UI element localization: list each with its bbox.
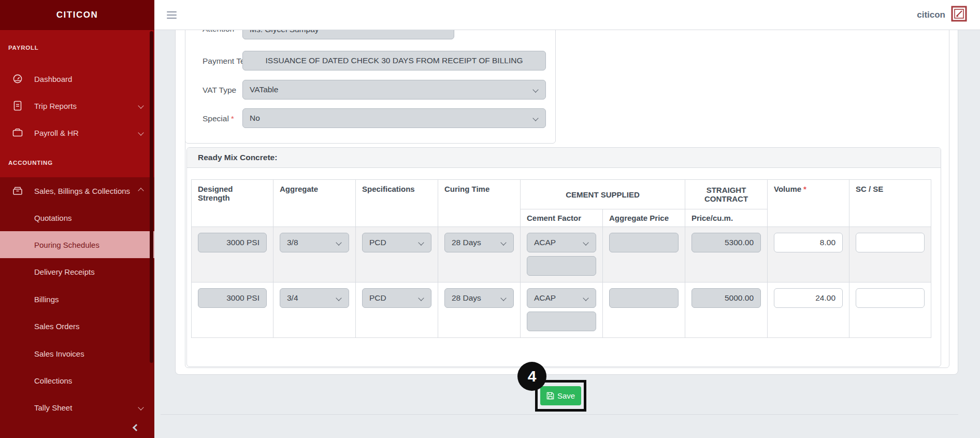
sidebar: CITICON PAYROLL Dashboard Trip Reports bbox=[0, 0, 154, 438]
chevron-down-icon bbox=[418, 295, 424, 301]
chevron-up-icon bbox=[138, 188, 143, 193]
save-button[interactable]: Save bbox=[540, 386, 581, 405]
cement-factor-select[interactable]: ACAP bbox=[527, 233, 596, 252]
sidebar-item-label: Collections bbox=[34, 376, 72, 385]
topbar: citicon bbox=[154, 0, 980, 30]
sidebar-item-label: Payroll & HR bbox=[34, 129, 79, 137]
annotation-step-badge: 4 bbox=[517, 362, 546, 391]
ready-mix-table: Designed Strength Aggregate Specificatio… bbox=[191, 179, 931, 338]
payment-terms-input[interactable] bbox=[242, 51, 546, 70]
topbar-right: citicon bbox=[917, 6, 967, 24]
special-value: No bbox=[250, 114, 260, 123]
designed-strength-input[interactable] bbox=[198, 233, 267, 252]
specifications-select[interactable]: PCD bbox=[362, 288, 431, 308]
sc-se-input[interactable] bbox=[856, 233, 925, 252]
attention-input[interactable] bbox=[242, 30, 454, 39]
col-sc-se: SC / SE bbox=[849, 180, 931, 227]
aggregate-price-input[interactable] bbox=[609, 288, 679, 308]
sidebar-item-label: Billings bbox=[34, 295, 59, 304]
curing-time-select[interactable]: 28 Days bbox=[444, 288, 514, 308]
topbar-brand-text: citicon bbox=[917, 10, 945, 20]
sidebar-item-label: Sales Orders bbox=[34, 322, 80, 331]
sidebar-item-sales-billings-collections[interactable]: Sales, Billings & Collections bbox=[0, 177, 154, 204]
sidebar-item-sales-orders[interactable]: Sales Orders bbox=[0, 313, 154, 340]
col-aggregate: Aggregate bbox=[273, 180, 356, 227]
cement-factor-select[interactable]: ACAP bbox=[527, 288, 596, 308]
sidebar-item-delivery-receipts[interactable]: Delivery Receipts bbox=[0, 258, 154, 285]
app: CITICON PAYROLL Dashboard Trip Reports bbox=[0, 0, 980, 438]
chevron-down-icon bbox=[583, 239, 588, 245]
chevron-down-icon bbox=[500, 295, 506, 301]
aggregate-select[interactable]: 3/8 bbox=[280, 233, 349, 252]
aggregate-price-input[interactable] bbox=[609, 233, 679, 252]
sidebar-scrollbar[interactable] bbox=[150, 31, 153, 363]
sidebar-item-trip-reports[interactable]: Trip Reports bbox=[0, 92, 154, 119]
sidebar-item-label: Dashboard bbox=[34, 75, 72, 83]
col-volume: Volume* bbox=[768, 180, 849, 227]
specifications-select[interactable]: PCD bbox=[362, 233, 431, 252]
sidebar-item-dashboard[interactable]: Dashboard bbox=[0, 65, 154, 92]
curing-time-select[interactable]: 28 Days bbox=[444, 233, 514, 252]
sidebar-item-label: Delivery Receipts bbox=[34, 267, 95, 276]
volume-input[interactable] bbox=[774, 233, 843, 252]
sc-se-input[interactable] bbox=[856, 288, 925, 308]
aggregate-select[interactable]: 3/4 bbox=[280, 288, 349, 308]
sidebar-item-label: Sales, Billings & Collections bbox=[34, 187, 130, 195]
price-cum-input[interactable] bbox=[691, 233, 761, 252]
footer-divider bbox=[161, 414, 958, 415]
col-curing-time: Curing Time bbox=[438, 180, 521, 227]
sidebar-item-label: Quotations bbox=[34, 214, 72, 222]
col-straight-contract: STRAIGHT CONTRACT bbox=[685, 180, 768, 209]
gauge-icon bbox=[12, 73, 23, 84]
save-icon bbox=[546, 392, 554, 400]
chevron-down-icon bbox=[138, 103, 143, 108]
price-cum-input[interactable] bbox=[691, 288, 761, 308]
special-label: Special* bbox=[203, 114, 234, 124]
sidebar-item-label: Pouring Schedules bbox=[34, 241, 99, 249]
cement-factor-extra-input[interactable] bbox=[527, 312, 596, 331]
ready-mix-panel: Ready Mix Concrete: Designed Strength Ag… bbox=[186, 147, 941, 367]
col-price-cum: Price/cu.m. bbox=[685, 209, 768, 227]
table-row: 3/4 PCD 28 Days bbox=[192, 282, 931, 338]
table-row: 3/8 PCD 28 Days bbox=[192, 227, 931, 282]
col-cement-supplied: CEMENT SUPPLIED bbox=[521, 180, 685, 209]
chevron-down-icon bbox=[500, 239, 506, 245]
sidebar-item-label: Tally Sheet bbox=[34, 403, 72, 412]
sidebar-section-accounting: ACCOUNTING bbox=[8, 160, 143, 170]
sidebar-collapse-button[interactable] bbox=[128, 420, 144, 435]
attention-label: Attention bbox=[203, 30, 234, 35]
sidebar-item-collections[interactable]: Collections bbox=[0, 367, 154, 394]
drawer-icon bbox=[12, 185, 23, 196]
sidebar-item-sales-invoices[interactable]: Sales Invoices bbox=[0, 340, 154, 367]
cement-factor-extra-input[interactable] bbox=[527, 256, 596, 276]
wallet-icon bbox=[12, 127, 23, 138]
chevron-down-icon bbox=[532, 87, 538, 92]
vat-type-label: VAT Type bbox=[203, 86, 236, 96]
hamburger-menu-icon[interactable] bbox=[167, 11, 177, 19]
sidebar-item-payroll-hr[interactable]: Payroll & HR bbox=[0, 119, 154, 146]
order-details-panel: Attention Payment Terms VAT Type bbox=[185, 30, 556, 144]
file-icon bbox=[12, 100, 23, 111]
vat-type-select[interactable]: VATable bbox=[242, 80, 546, 100]
sidebar-item-quotations[interactable]: Quotations bbox=[0, 204, 154, 231]
chevron-down-icon bbox=[583, 295, 588, 301]
volume-input[interactable] bbox=[774, 288, 843, 308]
form-wrapper: Attention Payment Terms VAT Type bbox=[185, 30, 949, 368]
pouring-schedule-card: Attention Payment Terms VAT Type bbox=[175, 30, 958, 375]
vat-type-value: VATable bbox=[250, 85, 278, 94]
chevron-down-icon bbox=[138, 130, 143, 135]
col-cement-factor: Cement Factor bbox=[521, 209, 603, 227]
citicon-logo-icon bbox=[951, 6, 967, 24]
ready-mix-title: Ready Mix Concrete: bbox=[187, 148, 941, 168]
sidebar-item-tally-sheet[interactable]: Tally Sheet bbox=[0, 394, 154, 421]
chevron-down-icon bbox=[418, 239, 424, 245]
chevron-down-icon bbox=[138, 404, 143, 410]
chevron-down-icon bbox=[532, 115, 538, 121]
designed-strength-input[interactable] bbox=[198, 288, 267, 308]
col-aggregate-price: Aggregate Price bbox=[603, 209, 685, 227]
sidebar-brand: CITICON bbox=[0, 0, 154, 30]
special-select[interactable]: No bbox=[242, 108, 546, 128]
chevron-down-icon bbox=[336, 295, 341, 301]
sidebar-item-pouring-schedules[interactable]: Pouring Schedules bbox=[0, 231, 154, 258]
sidebar-item-billings[interactable]: Billings bbox=[0, 286, 154, 313]
